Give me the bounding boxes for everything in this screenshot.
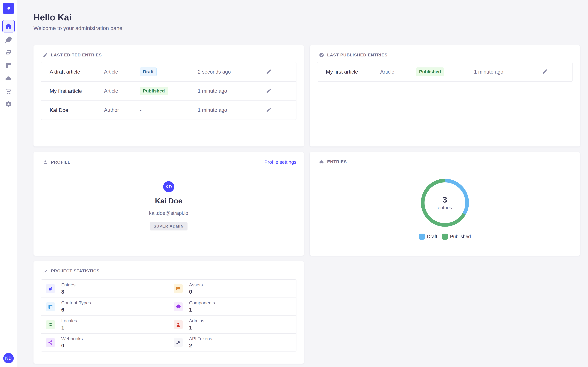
entry-name: A draft article <box>50 69 104 75</box>
strapi-logo[interactable] <box>3 3 14 14</box>
share-icon <box>46 338 55 347</box>
pencil-icon <box>542 69 548 75</box>
user-avatar[interactable]: KD <box>3 353 14 363</box>
stat-label: Content-Types <box>61 300 91 306</box>
card-title: LAST EDITED ENTRIES <box>51 52 102 58</box>
edit-button[interactable] <box>266 107 272 113</box>
entry-name: My first article <box>50 88 104 94</box>
stat-label: Assets <box>189 282 203 288</box>
stat-value: 0 <box>189 289 203 295</box>
legend-label: Published <box>450 234 471 239</box>
layout-icon <box>5 62 12 69</box>
sidebar-footer: KD <box>0 350 17 367</box>
project-statistics-card: PROJECT STATISTICS Entries 3 <box>34 261 304 364</box>
profile-settings-link[interactable]: Profile settings <box>264 159 296 165</box>
pencil-icon <box>266 88 272 94</box>
stat-value: 1 <box>189 325 204 331</box>
last-edited-header: LAST EDITED ENTRIES <box>34 45 304 58</box>
stat-locales: Locales 1 <box>41 316 169 334</box>
sidebar-item-marketplace[interactable] <box>0 85 17 98</box>
sidebar-item-content-manager[interactable] <box>0 33 17 46</box>
globe-icon <box>46 320 55 329</box>
last-published-header: LAST PUBLISHED ENTRIES <box>310 45 580 58</box>
feather-icon <box>5 36 12 43</box>
home-icon <box>5 23 12 30</box>
last-published-entries-card: LAST PUBLISHED ENTRIES My first article … <box>310 45 580 146</box>
puzzle-icon <box>174 302 183 311</box>
table-row[interactable]: My first article Article Published 1 min… <box>41 81 296 100</box>
card-title: LAST PUBLISHED ENTRIES <box>327 52 388 58</box>
chart-legend: Draft Published <box>419 234 471 240</box>
entry-name: Kai Doe <box>50 107 104 113</box>
cloud-icon <box>5 75 12 82</box>
images-icon <box>5 49 12 56</box>
edit-button[interactable] <box>542 69 548 75</box>
donut-center: 3 entries <box>421 179 469 227</box>
profile-card: PROFILE Profile settings KD Kai Doe kai.… <box>34 152 304 256</box>
stat-value: 2 <box>189 342 212 349</box>
sidebar-item-settings[interactable] <box>0 98 17 111</box>
entries-header: ENTRIES <box>310 152 580 164</box>
stat-value: 1 <box>61 325 77 331</box>
puzzle-icon <box>319 159 324 164</box>
sidebar-item-home[interactable] <box>0 19 17 33</box>
sidebar-item-deploy[interactable] <box>0 72 17 85</box>
table-row[interactable]: A draft article Article Draft 2 seconds … <box>41 62 296 81</box>
entry-type: Article <box>380 69 416 75</box>
stat-components: Components 1 <box>169 298 296 316</box>
profile-header: PROFILE Profile settings <box>34 152 304 165</box>
entry-time: 1 minute ago <box>198 88 266 94</box>
entries-card: ENTRIES 3 entries Draft Publis <box>310 152 580 256</box>
stat-value: 3 <box>61 289 76 295</box>
entry-type: Article <box>104 88 140 94</box>
table-row[interactable]: My first article Article Published 1 min… <box>317 62 572 81</box>
project-statistics-header: PROJECT STATISTICS <box>34 261 304 274</box>
card-title: ENTRIES <box>327 159 347 164</box>
sidebar: KD <box>0 0 17 367</box>
user-icon <box>43 160 48 165</box>
stat-value: 6 <box>61 307 91 313</box>
page-title: Hello Kai <box>34 12 580 23</box>
entry-time: 1 minute ago <box>198 107 266 113</box>
stat-assets: Assets 0 <box>169 280 296 298</box>
last-edited-entries-card: LAST EDITED ENTRIES A draft article Arti… <box>34 45 304 146</box>
picture-icon <box>174 284 183 293</box>
strapi-logo-icon <box>5 5 12 12</box>
edit-button[interactable] <box>266 69 272 75</box>
stat-label: Components <box>189 300 215 306</box>
dashboard-grid: LAST EDITED ENTRIES A draft article Arti… <box>34 45 580 364</box>
status-badge: Draft <box>140 67 157 76</box>
page-subtitle: Welcome to your administration panel <box>34 25 580 31</box>
main-content: Hello Kai Welcome to your administration… <box>17 0 588 367</box>
entry-time: 2 seconds ago <box>198 69 266 75</box>
legend-item-draft: Draft <box>419 234 437 240</box>
card-title: PROFILE <box>51 160 70 165</box>
cart-icon <box>5 88 12 95</box>
role-badge: SUPER ADMIN <box>150 222 188 231</box>
sidebar-item-media-library[interactable] <box>0 46 17 59</box>
user-icon <box>174 320 183 329</box>
trend-up-icon <box>43 268 48 274</box>
edit-button[interactable] <box>266 88 272 94</box>
check-circle-icon <box>319 52 324 58</box>
home-active-box <box>2 20 15 33</box>
stat-label: Entries <box>61 282 76 288</box>
status-badge: Published <box>140 87 168 95</box>
table-row[interactable]: Kai Doe Author - 1 minute ago <box>41 100 296 120</box>
stat-label: Locales <box>61 318 77 324</box>
donut-total: 3 <box>443 195 447 205</box>
stat-value: 1 <box>189 307 215 313</box>
entry-type: Article <box>104 69 140 75</box>
stat-content-types: Content-Types 6 <box>41 298 169 316</box>
sidebar-item-content-type-builder[interactable] <box>0 59 17 72</box>
profile-body: KD Kai Doe kai.doe@strapi.io SUPER ADMIN <box>34 165 304 231</box>
status-badge: Published <box>416 67 444 76</box>
avatar: KD <box>163 181 174 192</box>
documents-icon <box>46 284 55 293</box>
workspace-logo-wrap <box>0 0 17 17</box>
sidebar-nav <box>0 19 17 111</box>
key-icon <box>174 338 183 347</box>
stat-entries: Entries 3 <box>41 280 169 298</box>
last-published-table: My first article Article Published 1 min… <box>317 62 573 82</box>
stat-admins: Admins 1 <box>169 316 296 334</box>
